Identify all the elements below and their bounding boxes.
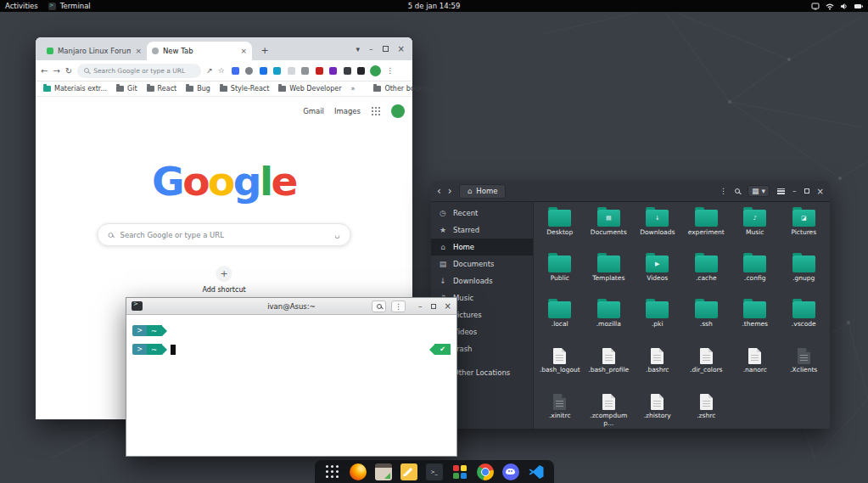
extension-icon[interactable] [357, 67, 365, 75]
show-apps-icon[interactable] [324, 463, 341, 480]
terminal-icon[interactable] [426, 463, 443, 480]
tab-manjaro-forum[interactable]: Manjaro Linux Forum [42, 42, 147, 60]
folder-item[interactable]: .config [731, 253, 780, 297]
file-item[interactable]: .bashrc [633, 345, 682, 389]
images-link[interactable]: Images [334, 107, 361, 115]
bookmark-star-icon[interactable] [218, 66, 225, 75]
share-icon[interactable] [206, 66, 213, 75]
firefox-icon[interactable] [350, 463, 367, 480]
reload-button[interactable] [65, 66, 72, 76]
bookmark-folder[interactable]: React [147, 85, 177, 93]
folder-item[interactable]: Desktop [535, 207, 585, 251]
files-app-icon[interactable] [375, 463, 392, 480]
file-item[interactable]: .bash_logout [535, 345, 585, 389]
search-button[interactable] [372, 300, 386, 312]
extension-icon[interactable] [329, 67, 337, 75]
google-search-box[interactable]: Search Google or type a URL [98, 223, 351, 246]
folder-item[interactable]: .vscode [780, 299, 829, 343]
close-button[interactable] [398, 44, 405, 53]
extension-icon[interactable] [344, 67, 351, 75]
bookmark-folder[interactable]: Git [116, 85, 137, 93]
file-item[interactable]: .xinitrc [535, 390, 585, 429]
omnibox[interactable]: Search Google or type a URL [77, 64, 201, 78]
folder-item[interactable]: ▤Documents [585, 207, 634, 251]
back-button[interactable] [437, 186, 441, 196]
maximize-button[interactable] [804, 188, 809, 194]
view-toggle-button[interactable] [748, 185, 770, 197]
bookmark-folder[interactable]: Web Developer [278, 85, 341, 93]
tab-close-icon[interactable] [135, 48, 142, 55]
folder-item[interactable]: ♪Music [731, 207, 780, 251]
sidebar-item-starred[interactable]: Starred [431, 222, 533, 239]
terminal-titlebar[interactable]: ivan@Asus:~ [126, 298, 456, 315]
sidebar-item-home[interactable]: Home [431, 239, 533, 256]
back-button[interactable] [41, 66, 48, 76]
minimize-button[interactable] [369, 45, 373, 53]
profile-avatar[interactable] [370, 65, 381, 76]
bookmark-folder[interactable]: Materiais extr... [43, 85, 107, 93]
sidebar-item-downloads[interactable]: Downloads [431, 272, 533, 289]
sidebar-item-recent[interactable]: Recent [431, 205, 533, 222]
file-item[interactable]: .zcompdump... [585, 390, 634, 429]
folder-item[interactable]: .cache [682, 253, 731, 297]
chrome-icon[interactable] [477, 463, 494, 480]
search-icon[interactable] [735, 188, 740, 194]
vscode-icon[interactable] [528, 463, 545, 480]
location-options-icon[interactable] [720, 187, 727, 195]
folder-item[interactable]: .gnupg [780, 253, 829, 297]
file-item[interactable]: .Xclients [780, 345, 829, 389]
folder-item[interactable]: ▶Videos [633, 253, 682, 297]
file-item[interactable]: .zhistory [633, 390, 682, 429]
tab-close-icon[interactable] [240, 48, 247, 55]
bookmarks-overflow-icon[interactable]: » [351, 85, 356, 93]
close-button[interactable] [817, 187, 824, 196]
new-tab-button[interactable] [257, 42, 272, 58]
add-shortcut[interactable]: Add shortcut [202, 266, 245, 294]
folder-item[interactable]: .ssh [682, 299, 731, 343]
discord-icon[interactable] [502, 463, 519, 480]
file-item[interactable]: .bash_profile [585, 345, 634, 389]
maximize-button[interactable] [431, 304, 436, 309]
status-tray[interactable] [811, 0, 864, 12]
folder-item[interactable]: .mozilla [585, 299, 634, 343]
color-palette-icon[interactable] [451, 463, 468, 480]
folder-item[interactable]: Templates [585, 253, 634, 297]
extension-icon[interactable] [232, 67, 239, 75]
tab-new-tab[interactable]: New Tab [147, 42, 252, 60]
sidebar-item-documents[interactable]: Documents [431, 256, 533, 272]
menu-button[interactable] [391, 300, 406, 312]
extension-icon[interactable] [273, 67, 281, 75]
minimize-button[interactable] [418, 302, 423, 311]
folder-item[interactable]: ↓Downloads [633, 207, 682, 251]
file-item[interactable]: .zshrc [682, 390, 731, 429]
text-editor-icon[interactable] [400, 463, 417, 480]
activities-button[interactable]: Activities [5, 2, 38, 10]
terminal-content[interactable]: ~ ~ ✔ [126, 315, 456, 456]
forward-button[interactable] [448, 186, 452, 196]
folder-item[interactable]: .pki [633, 299, 682, 343]
browser-menu-icon[interactable] [386, 66, 394, 75]
folder-item[interactable]: .themes [731, 299, 780, 343]
bookmark-folder[interactable]: Style-React [220, 85, 270, 93]
folder-item[interactable]: .local [535, 299, 585, 343]
gmail-link[interactable]: Gmail [303, 107, 324, 115]
forward-button[interactable] [53, 66, 59, 76]
extension-icon[interactable] [245, 67, 253, 75]
maximize-button[interactable] [383, 46, 389, 52]
google-apps-icon[interactable] [372, 107, 373, 109]
folder-item[interactable]: experiment [682, 207, 731, 251]
file-item[interactable]: .dir_colors [682, 345, 731, 389]
extension-icon[interactable] [260, 67, 267, 75]
extension-icon[interactable] [301, 67, 309, 75]
location-button[interactable]: Home [459, 184, 507, 199]
folder-item[interactable]: Public [535, 253, 585, 297]
other-bookmarks-button[interactable]: Other bookmarks [373, 85, 444, 93]
menu-icon[interactable] [777, 188, 785, 194]
close-button[interactable] [445, 301, 451, 311]
tabstrip-caret-icon[interactable] [356, 45, 361, 53]
focused-app-menu[interactable]: Terminal [48, 2, 91, 10]
minimize-button[interactable] [792, 187, 797, 195]
bookmark-folder[interactable]: Bug [186, 85, 210, 93]
extension-icon[interactable] [316, 67, 323, 75]
extension-icon[interactable] [288, 67, 295, 75]
